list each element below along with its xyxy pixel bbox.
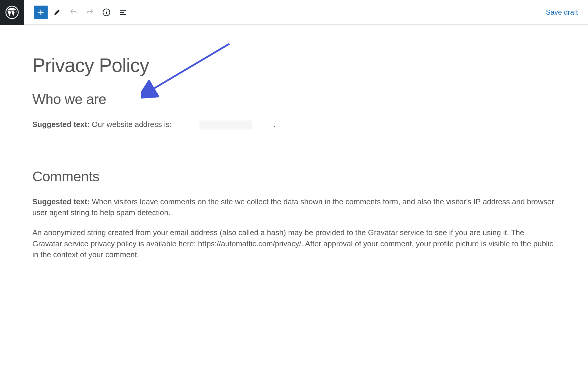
info-icon [102,8,111,16]
pencil-icon [53,8,61,16]
save-draft-button[interactable]: Save draft [542,5,582,19]
svg-point-2 [106,10,107,11]
comments-paragraph-2[interactable]: An anonymized string created from your e… [32,227,556,260]
who-we-are-paragraph[interactable]: Suggested text: Our website address is: … [32,119,556,130]
toolbar-left-group [24,5,130,19]
svg-rect-3 [106,12,107,14]
suggested-text-label: Suggested text: [32,120,92,129]
redo-icon [86,8,94,16]
comments-text-1: When visitors leave comments on the site… [32,197,554,217]
comments-paragraph-1[interactable]: Suggested text: When visitors leave comm… [32,196,556,218]
toolbar-right-group: Save draft [542,5,588,19]
undo-icon [69,8,78,16]
undo-button[interactable] [66,5,81,19]
outline-button[interactable] [116,5,130,19]
wordpress-logo-button[interactable] [0,0,24,25]
page-title[interactable]: Privacy Policy [32,54,556,76]
section-heading-who-we-are[interactable]: Who we are [32,91,556,107]
plus-icon [37,8,45,16]
wordpress-icon [5,6,19,19]
redo-button[interactable] [83,5,97,19]
suggested-text-label: Suggested text: [32,197,92,206]
who-we-are-text: Our website address is: [92,120,172,129]
tools-button[interactable] [50,5,64,19]
section-heading-comments[interactable]: Comments [32,168,556,185]
editor-content-area[interactable]: Privacy Policy Who we are Suggested text… [0,25,588,260]
list-view-icon [119,8,127,16]
details-button[interactable] [99,5,113,19]
add-block-button[interactable] [34,6,48,19]
editor-toolbar: Save draft [0,0,588,25]
redacted-url [199,121,252,129]
